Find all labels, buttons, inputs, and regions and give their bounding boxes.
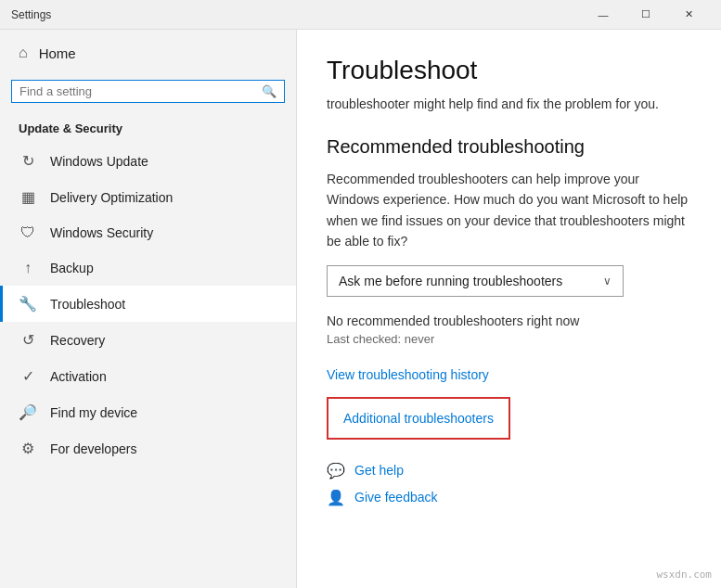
sidebar-item-label: Troubleshoot	[50, 297, 125, 312]
chevron-down-icon: ∨	[603, 275, 612, 288]
get-help-link[interactable]: Get help	[354, 463, 404, 478]
view-history-link[interactable]: View troubleshooting history	[327, 367, 489, 382]
search-icon: 🔍	[262, 84, 277, 98]
windows-update-icon: ↻	[19, 152, 37, 170]
app-body: ⌂ Home 🔍 Update & Security ↻ Windows Upd…	[0, 30, 721, 588]
sidebar-item-backup[interactable]: ↑ Backup	[0, 250, 296, 286]
window-controls: — ☐ ✕	[582, 0, 710, 30]
footer-links: 💬 Get help 👤 Give feedback	[327, 462, 691, 506]
page-title: Troubleshoot	[327, 56, 691, 85]
title-bar: Settings — ☐ ✕	[0, 0, 721, 30]
sidebar-home[interactable]: ⌂ Home	[0, 30, 296, 76]
give-feedback-link-item[interactable]: 👤 Give feedback	[327, 489, 691, 506]
last-checked-text: Last checked: never	[327, 332, 691, 346]
get-help-icon: 💬	[327, 462, 345, 479]
content-area: Troubleshoot troubleshooter might help f…	[297, 30, 721, 588]
additional-troubleshooters-box[interactable]: Additional troubleshooters	[327, 397, 510, 440]
sidebar-item-troubleshoot[interactable]: 🔧 Troubleshoot	[0, 286, 296, 322]
sidebar-item-for-developers[interactable]: ⚙ For developers	[0, 430, 296, 467]
sidebar-item-windows-security[interactable]: 🛡 Windows Security	[0, 215, 296, 250]
recommended-section-desc: Recommended troubleshooters can help imp…	[327, 169, 691, 252]
additional-troubleshooters-link[interactable]: Additional troubleshooters	[343, 411, 494, 426]
sidebar-item-label: Windows Security	[50, 225, 153, 240]
recommended-section-title: Recommended troubleshooting	[327, 136, 691, 158]
windows-security-icon: 🛡	[19, 224, 37, 241]
watermark: wsxdn.com	[656, 569, 712, 581]
activation-icon: ✓	[19, 367, 37, 385]
search-box[interactable]: 🔍	[11, 80, 285, 103]
delivery-optimization-icon: ▦	[19, 188, 37, 206]
sidebar: ⌂ Home 🔍 Update & Security ↻ Windows Upd…	[0, 30, 297, 588]
no-troubleshooters-text: No recommended troubleshooters right now	[327, 313, 691, 328]
backup-icon: ↑	[19, 260, 37, 276]
dropdown-label: Ask me before running troubleshooters	[339, 274, 603, 288]
maximize-button[interactable]: ☐	[624, 0, 667, 30]
sidebar-item-label: Find my device	[50, 405, 137, 420]
intro-text: troubleshooter might help find and fix t…	[327, 95, 691, 114]
minimize-button[interactable]: —	[582, 0, 624, 30]
home-icon: ⌂	[19, 45, 28, 61]
recovery-icon: ↺	[19, 331, 37, 349]
sidebar-item-label: Delivery Optimization	[50, 190, 173, 205]
sidebar-item-label: Windows Update	[50, 154, 148, 169]
find-my-device-icon: 🔎	[19, 403, 37, 421]
for-developers-icon: ⚙	[19, 440, 37, 457]
search-input[interactable]	[19, 84, 262, 98]
sidebar-item-delivery-optimization[interactable]: ▦ Delivery Optimization	[0, 179, 296, 215]
sidebar-item-label: Activation	[50, 369, 107, 384]
sidebar-item-label: For developers	[50, 441, 136, 456]
sidebar-item-activation[interactable]: ✓ Activation	[0, 358, 296, 394]
sidebar-item-windows-update[interactable]: ↻ Windows Update	[0, 143, 296, 179]
sidebar-item-find-my-device[interactable]: 🔎 Find my device	[0, 394, 296, 430]
troubleshooter-dropdown[interactable]: Ask me before running troubleshooters ∨	[327, 265, 624, 297]
troubleshoot-icon: 🔧	[19, 295, 37, 313]
sidebar-item-recovery[interactable]: ↺ Recovery	[0, 322, 296, 358]
get-help-link-item[interactable]: 💬 Get help	[327, 462, 691, 479]
give-feedback-link[interactable]: Give feedback	[354, 490, 438, 505]
give-feedback-icon: 👤	[327, 489, 345, 506]
close-button[interactable]: ✕	[667, 0, 710, 30]
sidebar-item-label: Recovery	[50, 333, 105, 348]
sidebar-item-label: Backup	[50, 261, 94, 275]
window-title: Settings	[11, 8, 582, 21]
sidebar-section-title: Update & Security	[0, 114, 296, 143]
home-label: Home	[39, 45, 76, 61]
